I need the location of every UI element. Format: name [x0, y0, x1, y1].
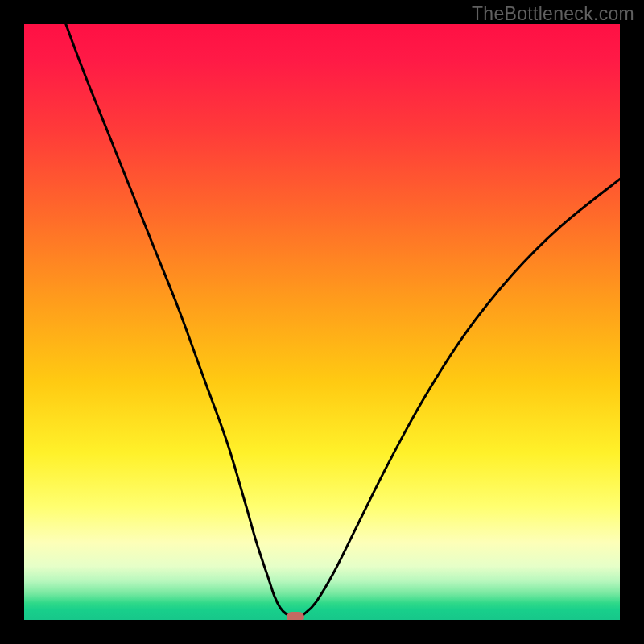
- watermark-text: TheBottleneck.com: [472, 3, 634, 25]
- chart-frame: TheBottleneck.com: [0, 0, 644, 644]
- plot-area: [24, 24, 620, 620]
- bottleneck-curve: [24, 24, 620, 620]
- optimum-marker: [287, 612, 304, 620]
